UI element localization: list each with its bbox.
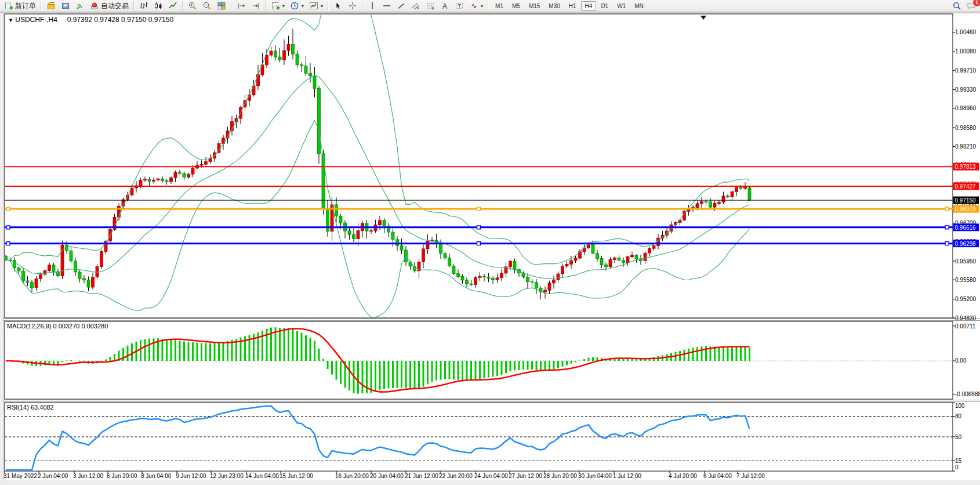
price-badge-label: 0.97427 [955, 183, 977, 190]
chart-bars-button[interactable] [137, 1, 151, 11]
main-toolbar: 新订单自动交易▾▾▾EFAT▾M1M5M15M30H1H4D1W1MN1 [0, 0, 980, 12]
channel-button[interactable]: E [409, 1, 423, 11]
auto-trading-button-label: 自动交易 [101, 1, 129, 11]
timeframe-button-m5[interactable]: M5 [508, 1, 524, 11]
horizontal-line-button[interactable] [380, 1, 394, 11]
trendline-button[interactable] [394, 1, 408, 11]
price-tick-label: 0.99330 [955, 86, 977, 93]
toolbar-separator [265, 1, 266, 10]
symbol-dropdown-icon[interactable]: ▼ [8, 17, 13, 23]
indicators-button[interactable]: ▾ [307, 1, 325, 11]
market-watch-button[interactable] [44, 1, 58, 11]
navigator-button[interactable] [59, 1, 72, 11]
price-tick-label: 0.95950 [955, 258, 977, 265]
time-axis-label: 2 Jun 04:00 [38, 473, 68, 479]
line-handle[interactable] [477, 242, 481, 245]
time-axis-label: 21 Jun 12:00 [405, 473, 438, 479]
timeframe-button-mn[interactable]: MN [630, 1, 648, 11]
text-button[interactable]: A [438, 1, 452, 11]
timeframe-button-m30[interactable]: M30 [545, 1, 564, 11]
new-chart-button[interactable]: ▾ [268, 1, 287, 11]
rsi-indicator-label: RSI(14) 63.4082 [7, 404, 54, 411]
svg-text:F: F [432, 6, 434, 10]
main-pane[interactable] [5, 14, 953, 318]
chart-candles-icon [154, 1, 163, 10]
crosshair-button[interactable] [346, 1, 360, 11]
line-handle[interactable] [6, 207, 10, 211]
macd-name: MACD(12,26,9) [7, 323, 51, 330]
zoom-in-button[interactable] [186, 1, 199, 11]
line-handle[interactable] [945, 242, 949, 245]
timeframe-button-h1[interactable]: H1 [565, 1, 580, 11]
new-order-button[interactable]: 新订单 [2, 1, 38, 11]
line-handle[interactable] [477, 207, 481, 211]
chart-candles-button[interactable] [151, 1, 165, 11]
svg-text:A: A [442, 2, 447, 10]
chevron-down-icon[interactable]: ▾ [481, 3, 483, 9]
time-axis-label: 27 Jun 12:00 [509, 473, 542, 479]
zoom-out-button[interactable] [200, 1, 214, 11]
crosshair-icon [348, 1, 357, 10]
rsi-scale-label: 100 [955, 403, 965, 409]
time-axis-label: 9 Jun 12:00 [176, 473, 206, 479]
chart-title-symbol: USDCHF-,H4 [15, 16, 57, 24]
timeframe-button-m1[interactable]: M1 [491, 1, 507, 11]
notification-badge: 1 [972, 0, 980, 7]
chart-line-button[interactable] [166, 1, 180, 11]
search-icon [952, 1, 961, 10]
tile-windows-button[interactable] [215, 1, 228, 11]
chevron-down-icon[interactable]: ▾ [282, 3, 285, 9]
macd-indicator-label: MACD(12,26,9) 0.003270 0.003280 [7, 323, 108, 330]
shift-a-icon [237, 1, 246, 10]
price-tick-label: 0.98580 [955, 125, 977, 131]
shift-b-icon [251, 1, 260, 10]
signals-icon [75, 1, 85, 10]
line-handle[interactable] [6, 226, 10, 229]
line-handle[interactable] [6, 242, 10, 245]
chevron-down-icon[interactable]: ▾ [302, 3, 304, 9]
arrows-button[interactable]: ▾ [467, 1, 485, 11]
macd-pane[interactable] [5, 321, 953, 399]
label-button[interactable]: T [452, 1, 466, 11]
newdoc-icon [4, 1, 13, 10]
toolbar-separator [362, 1, 363, 10]
toolbar-separator [182, 1, 183, 10]
price-tick-label: 1.00080 [955, 48, 977, 55]
line-handle[interactable] [945, 207, 949, 211]
toolbar-separator [231, 1, 232, 10]
toolbar-separator [328, 1, 329, 10]
cursor-button[interactable] [331, 1, 345, 11]
channel-icon: E [411, 1, 420, 10]
chevron-down-icon[interactable]: ▾ [321, 3, 323, 9]
price-tick-label: 1.00460 [955, 29, 977, 35]
line-handle[interactable] [477, 226, 481, 229]
periods-button[interactable]: ▾ [288, 1, 306, 11]
timeframe-button-m15[interactable]: M15 [525, 1, 544, 11]
auto-scroll-button[interactable] [234, 1, 248, 11]
status-strip [0, 480, 980, 485]
chart-shift-button[interactable] [249, 1, 263, 11]
rsi-scale-label: 0 [955, 464, 959, 470]
price-badge-label: 0.96298 [955, 241, 977, 247]
signals-button[interactable] [73, 1, 87, 11]
notifications-button[interactable]: 1 [964, 1, 978, 11]
price-tick-label: 0.98960 [955, 105, 977, 111]
chart-canvas[interactable]: 1.004601.000800.997100.993300.989600.985… [0, 0, 980, 485]
timeframe-button-h4[interactable]: H4 [581, 1, 597, 11]
time-axis-label: 28 Jun 20:00 [543, 473, 577, 479]
zoom-in-icon [188, 1, 197, 10]
vertical-line-button[interactable] [365, 1, 379, 11]
search-button[interactable] [950, 1, 964, 11]
time-axis-label: 20 Jun 04:00 [370, 473, 404, 479]
auto-trading-button[interactable]: 自动交易 [88, 1, 131, 11]
macd-scale-label: 0.00711 [955, 323, 976, 330]
line-handle[interactable] [945, 226, 949, 229]
timeframe-button-w1[interactable]: W1 [613, 1, 630, 11]
timeframe-button-d1[interactable]: D1 [597, 1, 612, 11]
toolbar-separator [133, 1, 135, 10]
hline-icon [382, 1, 391, 10]
price-badge-label: 0.96979 [955, 206, 977, 212]
fibonacci-button[interactable]: F [423, 1, 437, 11]
toolbar-separator [488, 1, 489, 10]
time-axis-label: 24 Jun 04:00 [474, 473, 508, 479]
